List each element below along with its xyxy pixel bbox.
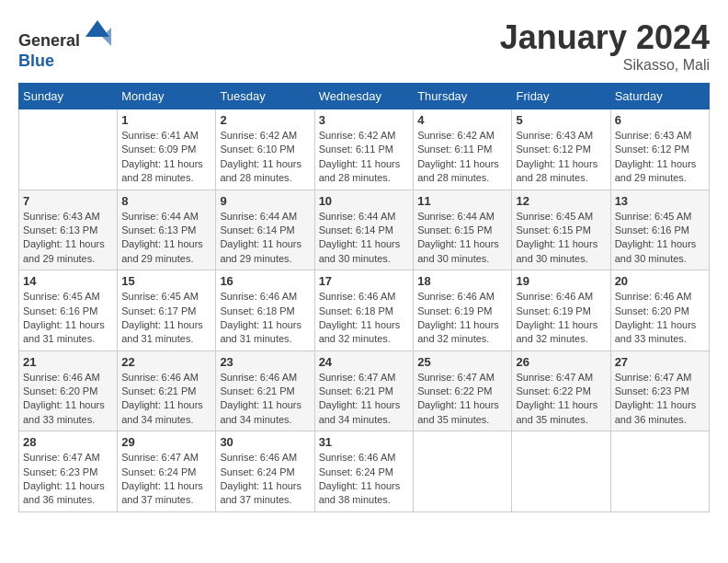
title-block: January 2024 Sikasso, Mali xyxy=(500,18,710,74)
day-detail: Sunrise: 6:46 AM Sunset: 6:24 PM Dayligh… xyxy=(319,451,410,508)
calendar-cell: 17Sunrise: 6:46 AM Sunset: 6:18 PM Dayli… xyxy=(314,270,414,351)
day-detail: Sunrise: 6:46 AM Sunset: 6:20 PM Dayligh… xyxy=(23,371,113,428)
logo-blue: Blue xyxy=(18,52,54,70)
day-number: 22 xyxy=(121,355,211,369)
day-detail: Sunrise: 6:44 AM Sunset: 6:13 PM Dayligh… xyxy=(121,210,211,267)
dow-header: Saturday xyxy=(610,84,709,109)
day-detail: Sunrise: 6:46 AM Sunset: 6:18 PM Dayligh… xyxy=(220,290,310,347)
dow-header: Sunday xyxy=(19,84,118,109)
day-number: 24 xyxy=(319,355,410,369)
day-detail: Sunrise: 6:46 AM Sunset: 6:24 PM Dayligh… xyxy=(220,451,310,508)
logo-icon xyxy=(84,18,111,46)
day-detail: Sunrise: 6:47 AM Sunset: 6:24 PM Dayligh… xyxy=(121,451,211,508)
calendar-cell: 26Sunrise: 6:47 AM Sunset: 6:22 PM Dayli… xyxy=(512,350,610,431)
day-detail: Sunrise: 6:44 AM Sunset: 6:15 PM Dayligh… xyxy=(417,210,507,267)
day-detail: Sunrise: 6:46 AM Sunset: 6:20 PM Dayligh… xyxy=(615,290,705,347)
day-number: 9 xyxy=(220,194,310,208)
day-number: 29 xyxy=(121,435,211,449)
day-detail: Sunrise: 6:45 AM Sunset: 6:15 PM Dayligh… xyxy=(516,210,606,267)
calendar-cell: 28Sunrise: 6:47 AM Sunset: 6:23 PM Dayli… xyxy=(19,431,118,512)
page-header: General Blue January 2024 Sikasso, Mali xyxy=(18,18,710,74)
dow-header: Wednesday xyxy=(314,84,414,109)
day-number: 28 xyxy=(23,435,113,449)
calendar-week-row: 14Sunrise: 6:45 AM Sunset: 6:16 PM Dayli… xyxy=(19,270,710,351)
day-number: 5 xyxy=(516,113,606,127)
day-detail: Sunrise: 6:47 AM Sunset: 6:23 PM Dayligh… xyxy=(615,371,705,428)
calendar-cell: 4Sunrise: 6:42 AM Sunset: 6:11 PM Daylig… xyxy=(414,109,512,190)
logo-general: General xyxy=(18,31,80,50)
day-number: 14 xyxy=(23,274,113,288)
calendar-cell xyxy=(512,431,610,512)
day-detail: Sunrise: 6:47 AM Sunset: 6:22 PM Dayligh… xyxy=(516,371,606,428)
calendar-cell: 23Sunrise: 6:46 AM Sunset: 6:21 PM Dayli… xyxy=(216,350,314,431)
day-number: 20 xyxy=(615,274,705,288)
day-detail: Sunrise: 6:45 AM Sunset: 6:17 PM Dayligh… xyxy=(121,290,211,347)
day-number: 8 xyxy=(121,194,211,208)
calendar-cell: 5Sunrise: 6:43 AM Sunset: 6:12 PM Daylig… xyxy=(512,109,610,190)
calendar-cell: 6Sunrise: 6:43 AM Sunset: 6:12 PM Daylig… xyxy=(610,109,709,190)
calendar-cell: 27Sunrise: 6:47 AM Sunset: 6:23 PM Dayli… xyxy=(610,350,709,431)
month-title: January 2024 xyxy=(500,18,710,57)
day-number: 27 xyxy=(615,355,705,369)
calendar-cell: 22Sunrise: 6:46 AM Sunset: 6:21 PM Dayli… xyxy=(118,350,216,431)
day-detail: Sunrise: 6:43 AM Sunset: 6:13 PM Dayligh… xyxy=(23,210,113,267)
calendar-cell: 29Sunrise: 6:47 AM Sunset: 6:24 PM Dayli… xyxy=(118,431,216,512)
calendar-cell: 31Sunrise: 6:46 AM Sunset: 6:24 PM Dayli… xyxy=(314,431,414,512)
day-number: 21 xyxy=(23,355,113,369)
day-number: 10 xyxy=(319,194,410,208)
day-detail: Sunrise: 6:46 AM Sunset: 6:21 PM Dayligh… xyxy=(220,371,310,428)
calendar-week-row: 28Sunrise: 6:47 AM Sunset: 6:23 PM Dayli… xyxy=(19,431,710,512)
day-number: 16 xyxy=(220,274,310,288)
calendar-cell xyxy=(19,109,118,190)
calendar-cell: 15Sunrise: 6:45 AM Sunset: 6:17 PM Dayli… xyxy=(118,270,216,351)
day-detail: Sunrise: 6:46 AM Sunset: 6:21 PM Dayligh… xyxy=(121,371,211,428)
day-detail: Sunrise: 6:47 AM Sunset: 6:22 PM Dayligh… xyxy=(417,371,507,428)
day-number: 11 xyxy=(417,194,507,208)
calendar-week-row: 21Sunrise: 6:46 AM Sunset: 6:20 PM Dayli… xyxy=(19,350,710,431)
dow-header: Monday xyxy=(118,84,216,109)
day-number: 2 xyxy=(220,113,310,127)
day-detail: Sunrise: 6:43 AM Sunset: 6:12 PM Dayligh… xyxy=(516,129,606,186)
day-detail: Sunrise: 6:44 AM Sunset: 6:14 PM Dayligh… xyxy=(319,210,410,267)
calendar-cell: 10Sunrise: 6:44 AM Sunset: 6:14 PM Dayli… xyxy=(314,190,414,270)
day-number: 26 xyxy=(516,355,606,369)
day-number: 25 xyxy=(417,355,507,369)
calendar-cell xyxy=(610,431,709,512)
calendar-cell: 8Sunrise: 6:44 AM Sunset: 6:13 PM Daylig… xyxy=(118,190,216,270)
day-detail: Sunrise: 6:42 AM Sunset: 6:10 PM Dayligh… xyxy=(220,129,310,186)
dow-header: Thursday xyxy=(414,84,512,109)
location: Sikasso, Mali xyxy=(500,57,710,74)
day-number: 23 xyxy=(220,355,310,369)
calendar-cell: 20Sunrise: 6:46 AM Sunset: 6:20 PM Dayli… xyxy=(610,270,709,351)
day-number: 12 xyxy=(516,194,606,208)
calendar-cell: 13Sunrise: 6:45 AM Sunset: 6:16 PM Dayli… xyxy=(610,190,709,270)
calendar-cell: 9Sunrise: 6:44 AM Sunset: 6:14 PM Daylig… xyxy=(216,190,314,270)
day-detail: Sunrise: 6:42 AM Sunset: 6:11 PM Dayligh… xyxy=(417,129,507,186)
calendar-cell: 19Sunrise: 6:46 AM Sunset: 6:19 PM Dayli… xyxy=(512,270,610,351)
day-number: 31 xyxy=(319,435,410,449)
day-number: 18 xyxy=(417,274,507,288)
calendar-cell: 30Sunrise: 6:46 AM Sunset: 6:24 PM Dayli… xyxy=(216,431,314,512)
day-number: 13 xyxy=(615,194,705,208)
calendar-cell: 1Sunrise: 6:41 AM Sunset: 6:09 PM Daylig… xyxy=(118,109,216,190)
day-detail: Sunrise: 6:46 AM Sunset: 6:19 PM Dayligh… xyxy=(516,290,606,347)
calendar-cell: 12Sunrise: 6:45 AM Sunset: 6:15 PM Dayli… xyxy=(512,190,610,270)
day-detail: Sunrise: 6:44 AM Sunset: 6:14 PM Dayligh… xyxy=(220,210,310,267)
day-number: 30 xyxy=(220,435,310,449)
day-number: 3 xyxy=(319,113,410,127)
calendar-week-row: 7Sunrise: 6:43 AM Sunset: 6:13 PM Daylig… xyxy=(19,190,710,270)
day-number: 17 xyxy=(319,274,410,288)
day-detail: Sunrise: 6:45 AM Sunset: 6:16 PM Dayligh… xyxy=(615,210,705,267)
day-detail: Sunrise: 6:43 AM Sunset: 6:12 PM Dayligh… xyxy=(615,129,705,186)
day-number: 7 xyxy=(23,194,113,208)
day-number: 1 xyxy=(121,113,211,127)
calendar-cell: 21Sunrise: 6:46 AM Sunset: 6:20 PM Dayli… xyxy=(19,350,118,431)
dow-header: Friday xyxy=(512,84,610,109)
day-detail: Sunrise: 6:46 AM Sunset: 6:19 PM Dayligh… xyxy=(417,290,507,347)
logo: General Blue xyxy=(18,18,111,71)
calendar-cell: 18Sunrise: 6:46 AM Sunset: 6:19 PM Dayli… xyxy=(414,270,512,351)
calendar-body: 1Sunrise: 6:41 AM Sunset: 6:09 PM Daylig… xyxy=(19,109,710,512)
day-number: 15 xyxy=(121,274,211,288)
calendar-cell: 11Sunrise: 6:44 AM Sunset: 6:15 PM Dayli… xyxy=(414,190,512,270)
calendar-table: SundayMondayTuesdayWednesdayThursdayFrid… xyxy=(18,83,710,512)
